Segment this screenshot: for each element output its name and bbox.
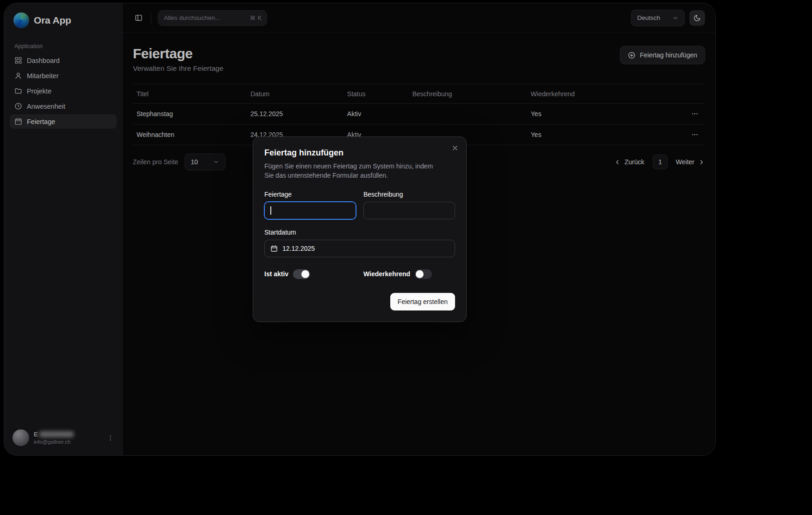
dialog-overlay: Feiertag hinzufügen Fügen Sie einen neue… — [4, 3, 715, 455]
toggle-knob — [416, 270, 424, 278]
holiday-name-label: Feiertage — [264, 191, 356, 198]
calendar-icon — [270, 245, 278, 252]
start-date-label: Startdatum — [264, 229, 455, 236]
dialog-title: Feiertag hinzufügen — [264, 148, 455, 158]
dialog-close-button[interactable] — [451, 144, 459, 152]
start-date-value: 12.12.2025 — [282, 245, 315, 252]
close-icon — [451, 144, 459, 152]
create-holiday-button[interactable]: Feiertag erstellen — [390, 293, 455, 310]
start-date-input[interactable]: 12.12.2025 — [264, 240, 455, 257]
desktop-background: Ora App Application Dashboard Mitarbeite… — [0, 0, 812, 515]
dialog-description: Fügen Sie einen neuen Feiertag zum Syste… — [264, 162, 455, 180]
recurring-label: Wiederkehrend — [363, 270, 410, 278]
add-holiday-dialog: Feiertag hinzufügen Fügen Sie einen neue… — [253, 137, 467, 322]
is-active-toggle[interactable] — [293, 269, 310, 279]
holiday-name-input[interactable] — [264, 202, 356, 219]
text-caret — [270, 206, 271, 215]
recurring-toggle[interactable] — [415, 269, 432, 279]
description-input[interactable] — [363, 202, 455, 219]
is-active-label: Ist aktiv — [264, 270, 288, 278]
description-label: Beschreibung — [363, 191, 455, 198]
toggle-knob — [301, 270, 309, 278]
app-window: Ora App Application Dashboard Mitarbeite… — [4, 3, 716, 456]
